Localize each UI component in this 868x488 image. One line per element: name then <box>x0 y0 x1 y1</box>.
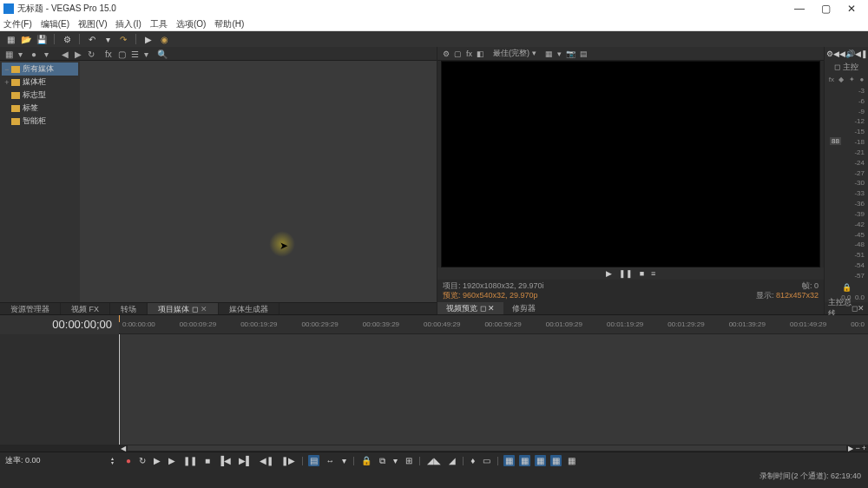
auto-crossfade-button[interactable]: ◢ <box>447 455 457 466</box>
output-fx-icon[interactable]: fx <box>466 49 472 58</box>
tool-icon[interactable]: ▶ <box>143 34 154 44</box>
view-icon[interactable]: ☰ <box>131 49 140 58</box>
record-button[interactable]: ● <box>124 455 133 466</box>
mono-icon[interactable]: ● <box>859 76 864 83</box>
save-icon[interactable]: 💾 <box>36 34 47 44</box>
view-dropdown-icon[interactable]: ▾ <box>144 49 153 58</box>
dropdown-icon[interactable]: ▾ <box>102 34 113 44</box>
track-header-column[interactable] <box>0 334 119 445</box>
snap-button[interactable]: ⧉ <box>378 455 387 467</box>
undock-icon[interactable]: ◻ <box>852 304 858 313</box>
tab-video-preview[interactable]: 视频预览 ◻ ✕ <box>437 302 503 314</box>
meter-dim-icon[interactable]: ◀❚ <box>855 49 868 58</box>
play-icon[interactable]: ▶ <box>606 269 612 278</box>
forward-icon[interactable]: ▶ <box>75 49 83 58</box>
play-button[interactable]: ▶ <box>167 455 177 466</box>
play-start-button[interactable]: ▶ <box>152 455 162 466</box>
minimize-button[interactable]: — <box>786 3 812 15</box>
undock-icon[interactable]: ◻ <box>192 305 198 313</box>
expand-icon[interactable]: − <box>3 65 10 74</box>
close-icon[interactable]: ✕ <box>858 304 865 313</box>
loop-button[interactable]: ↻ <box>137 455 148 466</box>
ripple-dropdown-icon[interactable]: ▾ <box>340 455 348 466</box>
tree-item-media-bin[interactable]: + 媒体柜 <box>2 76 78 89</box>
fx-icon[interactable]: fx <box>105 49 114 58</box>
menu-tools[interactable]: 工具 <box>150 18 168 30</box>
crop-icon[interactable]: ▢ <box>118 49 127 58</box>
maximize-button[interactable]: ▢ <box>812 3 838 15</box>
region-tool-button[interactable]: ▭ <box>481 455 492 466</box>
pause-icon[interactable]: ❚❚ <box>619 269 633 278</box>
meter-scale[interactable]: 88 -3 -6 -9 -12 -15 -18 -21 -24 -27 -30 … <box>825 85 868 282</box>
toggle-b-button[interactable]: ▦ <box>519 455 530 466</box>
option-icon[interactable]: ▾ <box>18 49 27 58</box>
auto-ripple-button[interactable]: ↔ <box>324 455 336 466</box>
fx-icon[interactable]: fx <box>829 76 834 83</box>
video-preview[interactable] <box>441 61 820 267</box>
prev-frame-button[interactable]: ◀❚ <box>258 455 275 466</box>
menu-file[interactable]: 文件(F) <box>3 18 32 30</box>
undock-icon[interactable]: ◻ <box>480 304 486 313</box>
go-end-button[interactable]: ▶▌ <box>237 455 253 466</box>
playhead[interactable] <box>119 334 120 445</box>
normal-edit-button[interactable]: ▤ <box>308 455 319 466</box>
open-icon[interactable]: 📂 <box>21 34 31 44</box>
meter-mute-icon[interactable]: 🔊 <box>845 49 855 58</box>
import-icon[interactable]: ▦ <box>5 49 14 58</box>
split-icon[interactable]: ◧ <box>477 49 484 58</box>
overlay-dropdown-icon[interactable]: ▾ <box>557 49 562 58</box>
menu-options[interactable]: 选项(O) <box>176 18 206 30</box>
tool-icon[interactable]: ◉ <box>159 34 169 44</box>
track-lane-area[interactable] <box>119 334 868 445</box>
stop-icon[interactable]: ■ <box>640 269 644 278</box>
h-scrollbar[interactable] <box>128 445 846 451</box>
tab-video-fx[interactable]: 视频 FX <box>61 303 110 314</box>
undo-icon[interactable]: ↶ <box>87 34 97 44</box>
auto-icon[interactable]: ✦ <box>849 76 855 83</box>
crossfade-button[interactable]: ◢◣ <box>425 455 443 466</box>
insert-icon[interactable]: ◆ <box>838 76 844 83</box>
expand-icon[interactable] <box>3 104 10 113</box>
close-icon[interactable]: ✕ <box>488 304 495 313</box>
tab-trimmer[interactable]: 修剪器 <box>503 302 544 314</box>
toggle-a-button[interactable]: ▦ <box>503 455 515 466</box>
expand-icon[interactable] <box>3 91 10 100</box>
back-icon[interactable]: ◀ <box>62 49 70 58</box>
fader-value[interactable]: 88 <box>830 137 841 145</box>
tab-media-generators[interactable]: 媒体生成器 <box>219 303 279 314</box>
rate-spinner[interactable]: ▴▾ <box>111 457 114 465</box>
meter-prev-icon[interactable]: ◀◀ <box>833 49 845 58</box>
expand-icon[interactable] <box>3 117 10 126</box>
pause-button[interactable]: ❚❚ <box>181 455 199 466</box>
quality-dropdown[interactable]: 最佳(完整) ▾ <box>493 48 536 59</box>
close-icon[interactable]: ✕ <box>201 305 207 313</box>
preview-settings-icon[interactable]: ⚙ <box>443 49 450 58</box>
menu-view[interactable]: 视图(V) <box>78 18 107 30</box>
quantize-button[interactable]: ⊞ <box>404 455 414 466</box>
search-icon[interactable]: 🔍 <box>157 49 166 58</box>
tree-item-by-type[interactable]: 标志型 <box>2 89 78 102</box>
stop-button[interactable]: ■ <box>203 455 212 466</box>
lock-icon[interactable]: 🔒 <box>825 282 868 293</box>
marker-tool-button[interactable]: ♦ <box>469 455 477 466</box>
meter-settings-icon[interactable]: ⚙ <box>826 49 833 58</box>
tab-project-media[interactable]: 项目媒体 ◻✕ <box>148 303 219 314</box>
refresh-icon[interactable]: ↻ <box>88 49 96 58</box>
overlay-icon[interactable]: ▦ <box>545 49 553 58</box>
tab-explorer[interactable]: 资源管理器 <box>0 303 61 314</box>
menu-insert[interactable]: 插入(I) <box>115 18 141 30</box>
copy-icon[interactable]: ▤ <box>580 49 588 58</box>
toggle-d-button[interactable]: ▦ <box>550 455 562 466</box>
capture-icon[interactable]: ● <box>31 49 40 58</box>
cursor-marker[interactable] <box>119 315 120 322</box>
lock-envelope-button[interactable]: 🔒 <box>359 455 373 466</box>
menu-edit[interactable]: 编辑(E) <box>41 18 69 30</box>
toggle-c-button[interactable]: ▦ <box>535 455 546 466</box>
redo-icon[interactable]: ↷ <box>118 34 128 44</box>
menu-help[interactable]: 帮助(H) <box>214 18 244 30</box>
snapshot-icon[interactable]: 📷 <box>566 49 575 58</box>
go-start-button[interactable]: ▐◀ <box>216 455 233 466</box>
toggle-e-button[interactable]: ▦ <box>566 455 577 466</box>
new-icon[interactable]: ▦ <box>5 34 16 44</box>
tree-item-all-media[interactable]: − 所有媒体 <box>2 63 78 76</box>
